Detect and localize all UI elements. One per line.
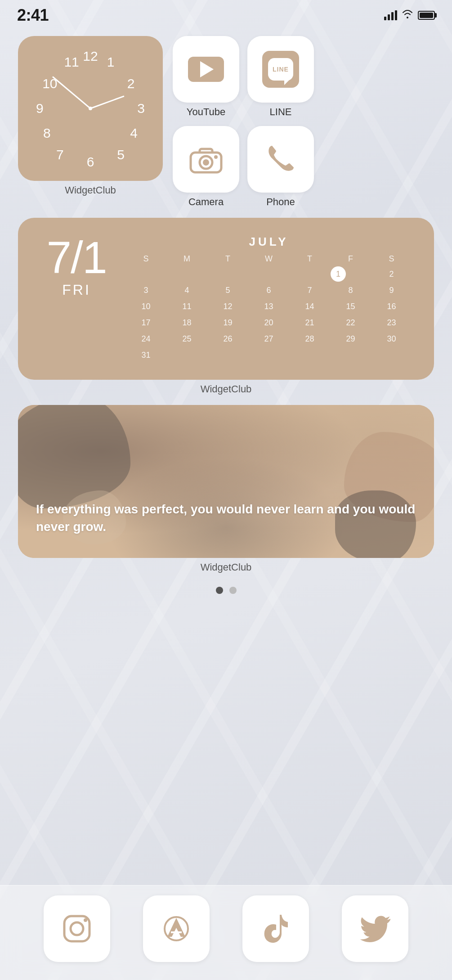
- main-content: 11 12 1 10 2 9 3 8 4 7 6 5: [0, 27, 452, 718]
- cal-cell: 18: [167, 315, 207, 330]
- cal-header-sun: S: [126, 254, 166, 264]
- svg-point-3: [214, 155, 218, 159]
- tiktok-svg: [262, 913, 290, 944]
- instagram-svg: [61, 913, 93, 945]
- cal-cell: [331, 347, 371, 363]
- instagram-dock-icon[interactable]: [44, 895, 110, 962]
- camera-svg: [189, 144, 223, 174]
- clock-face: 11 12 1 10 2 9 3 8 4 7 6 5: [18, 36, 163, 181]
- tiktok-dock-icon[interactable]: [242, 895, 309, 962]
- cal-cell: 5: [208, 283, 248, 298]
- cal-cell: [249, 347, 289, 363]
- clock-num-4: 4: [130, 126, 138, 141]
- line-icon-bg: LINE: [262, 51, 299, 88]
- cal-cell: 14: [290, 299, 330, 314]
- calendar-widget-label: WidgetClub: [201, 383, 252, 395]
- cal-header-tue: T: [208, 254, 248, 264]
- cal-header-fri: F: [331, 254, 371, 264]
- cal-cell: 17: [126, 315, 166, 330]
- cal-cell: [167, 347, 207, 363]
- cal-cell: 20: [249, 315, 289, 330]
- cal-cell: 13: [249, 299, 289, 314]
- clock-widget-wrapper: 11 12 1 10 2 9 3 8 4 7 6 5: [18, 36, 163, 196]
- clock-num-8: 8: [43, 126, 51, 141]
- camera-icon[interactable]: [173, 126, 239, 193]
- line-text: LINE: [273, 66, 289, 73]
- quote-widget-label: WidgetClub: [201, 562, 252, 573]
- screen: 2:41: [0, 0, 452, 718]
- phone-label: Phone: [266, 196, 295, 208]
- page-dot-2[interactable]: [229, 587, 237, 594]
- cal-day: FRI: [62, 282, 91, 298]
- appstore-dock-icon[interactable]: [143, 895, 210, 962]
- cal-big-date: 7/1: [46, 235, 106, 280]
- status-time: 2:41: [17, 6, 49, 25]
- cal-cell: [208, 347, 248, 363]
- cal-cell: 19: [208, 315, 248, 330]
- appstore-svg: [161, 913, 192, 944]
- clock-num-11: 11: [64, 54, 79, 70]
- appstore-dock-wrapper: [143, 895, 210, 962]
- cal-date-section: 7/1 FRI: [40, 235, 112, 298]
- battery-icon: [418, 11, 435, 20]
- twitter-dock-icon[interactable]: [342, 895, 408, 962]
- quote-widget[interactable]: If everything was perfect, you would nev…: [18, 405, 434, 558]
- clock-center-dot: [89, 107, 92, 110]
- dock-spacer: [18, 610, 434, 718]
- twitter-dock-wrapper: [342, 895, 408, 962]
- cal-cell: [208, 266, 248, 282]
- clock-num-3: 3: [137, 101, 145, 116]
- dock: [0, 885, 452, 980]
- cal-cell: 24: [126, 331, 166, 346]
- app-grid: YouTube LINE LINE: [173, 36, 314, 208]
- cal-calendar-section: JULY S M T W T F S: [126, 235, 412, 363]
- quote-widget-wrapper: If everything was perfect, you would nev…: [18, 405, 434, 573]
- cal-cell: 12: [208, 299, 248, 314]
- clock-num-7: 7: [56, 147, 64, 162]
- cal-cell: 25: [167, 331, 207, 346]
- line-icon[interactable]: LINE: [247, 36, 314, 103]
- cal-days-header: S M T W T F S: [126, 254, 412, 264]
- cal-month-title: JULY: [126, 235, 412, 249]
- cal-cell: 3: [126, 283, 166, 298]
- cal-cell: 29: [331, 331, 371, 346]
- cal-header-wed: W: [249, 254, 289, 264]
- line-app-wrapper: LINE LINE: [247, 36, 314, 118]
- page-dots: [18, 587, 434, 594]
- clock-num-6: 6: [87, 154, 94, 170]
- instagram-dock-wrapper: [44, 895, 110, 962]
- quote-text: If everything was perfect, you would nev…: [36, 500, 416, 535]
- svg-point-2: [203, 159, 209, 166]
- cal-cell: 11: [167, 299, 207, 314]
- cal-cell: [290, 347, 330, 363]
- clock-minute-hand: [52, 76, 91, 109]
- top-row: 11 12 1 10 2 9 3 8 4 7 6 5: [18, 36, 434, 208]
- wifi-icon: [402, 9, 413, 21]
- phone-icon[interactable]: [247, 126, 314, 193]
- clock-num-9: 9: [36, 101, 44, 116]
- clock-widget[interactable]: 11 12 1 10 2 9 3 8 4 7 6 5: [18, 36, 163, 181]
- cal-cell: 21: [290, 315, 330, 330]
- cal-cell: [249, 266, 289, 282]
- youtube-icon[interactable]: [173, 36, 239, 103]
- play-icon: [200, 61, 214, 77]
- cal-cell: [167, 266, 207, 282]
- page-dot-1[interactable]: [216, 587, 223, 594]
- cal-header-thu: T: [290, 254, 330, 264]
- cal-cell: 27: [249, 331, 289, 346]
- youtube-label: YouTube: [187, 106, 225, 118]
- cal-cell: 8: [331, 283, 371, 298]
- svg-point-6: [84, 918, 87, 922]
- cal-cell: 26: [208, 331, 248, 346]
- clock-num-12: 12: [83, 49, 98, 64]
- cal-cell: 6: [249, 283, 289, 298]
- clock-hour-hand: [90, 95, 124, 109]
- cal-cell: 16: [371, 299, 412, 314]
- cal-header-mon: M: [167, 254, 207, 264]
- calendar-widget[interactable]: 7/1 FRI JULY S M T W T F S: [18, 218, 434, 380]
- cal-cell: 31: [126, 347, 166, 363]
- clock-widget-label: WidgetClub: [65, 184, 116, 196]
- phone-app-wrapper: Phone: [247, 126, 314, 208]
- line-bubble: LINE: [268, 58, 293, 81]
- cal-cell: 23: [371, 315, 412, 330]
